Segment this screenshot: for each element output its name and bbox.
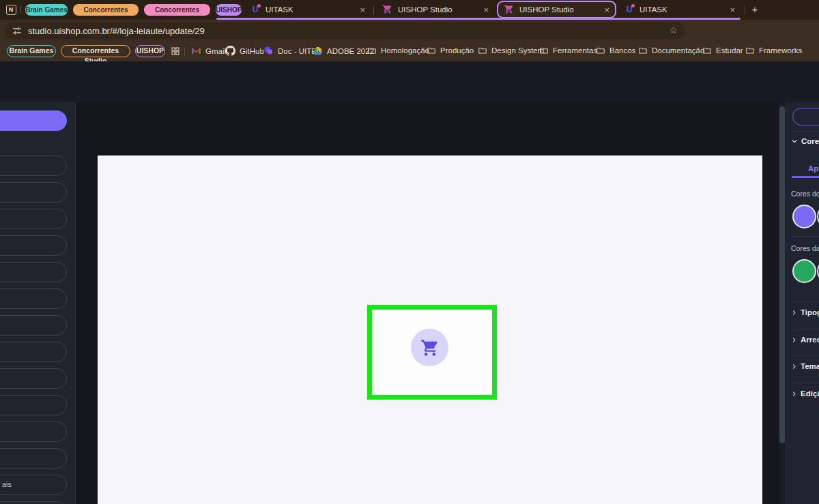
sidebar-item[interactable] — [0, 155, 67, 176]
bookmark-adobe-2022[interactable]: ADOBE 2022 — [313, 46, 374, 56]
bookmark-label: Documentação — [652, 46, 704, 55]
cart-badge[interactable] — [411, 329, 448, 366]
swatch-group-1-label: Cores do — [791, 190, 819, 198]
uitask-favicon: U — [250, 4, 261, 15]
studio-toolbar: Home elementoscore Loja Online — [0, 61, 819, 102]
tab-separator — [745, 5, 745, 14]
tab-uitask-1[interactable]: U UITASK × — [244, 0, 371, 19]
bookmark-group-uishop[interactable]: UISHOP — [135, 45, 165, 57]
panel-divider — [792, 355, 819, 356]
sidebar-item[interactable] — [0, 395, 67, 415]
section-tema[interactable]: Tema — [791, 362, 819, 370]
tab-close-icon[interactable]: × — [604, 5, 609, 14]
uitask-dot — [257, 4, 261, 8]
tab-close-icon[interactable]: × — [730, 5, 735, 14]
bookmark-folder-estudar[interactable]: Estudar — [702, 46, 743, 55]
panel-divider — [792, 131, 819, 132]
sidebar-item[interactable] — [0, 182, 67, 203]
section-tipografia[interactable]: Tipog — [791, 308, 819, 316]
sidebar-item-truncated[interactable]: ais — [0, 475, 67, 495]
bookmark-label: Gmail — [205, 47, 226, 55]
uishop-cart-favicon — [504, 4, 515, 15]
bookmark-folder-design-system[interactable]: Design System — [478, 46, 544, 55]
primary-color-swatch[interactable] — [792, 205, 816, 228]
bookmark-label: Ferramentas — [553, 46, 597, 55]
panel-divider — [792, 236, 819, 237]
bookmark-folder-ferramentas[interactable]: Ferramentas — [539, 46, 597, 55]
tab-uishop-studio-1[interactable]: UISHOP Studio × — [377, 0, 494, 19]
selected-element-outline[interactable] — [367, 305, 497, 400]
pinned-tab-notion[interactable]: N — [5, 4, 16, 16]
workspace: ais Cores A — [0, 102, 819, 504]
bookmark-label: GitHub — [240, 47, 264, 55]
sidebar-item[interactable] — [0, 368, 67, 389]
chevron-down-icon — [791, 138, 798, 145]
panel-tab-active-indicator — [792, 176, 819, 178]
tab-title: UITASK — [265, 5, 356, 14]
swatch-group-2-label: Cores da — [791, 244, 819, 252]
bookmark-label: Bancos — [609, 46, 635, 55]
left-sidebar: ais — [0, 102, 76, 504]
tab-title: UISHOP Studio — [519, 5, 600, 14]
new-tab-button[interactable]: + — [749, 3, 761, 16]
tab-uitask-2[interactable]: U UITASK × — [618, 0, 741, 19]
sidebar-item[interactable] — [0, 448, 67, 469]
site-settings-icon[interactable] — [12, 25, 23, 36]
store-color-swatch[interactable] — [792, 259, 816, 283]
scrollbar-thumb[interactable] — [779, 106, 785, 443]
sidebar-item[interactable] — [0, 288, 67, 309]
sidebar-item[interactable] — [0, 262, 67, 282]
editor-stage[interactable] — [76, 102, 779, 504]
chevron-right-icon — [791, 391, 797, 397]
bookmarks-separator — [184, 47, 185, 56]
cores-header-label: Cores — [801, 137, 819, 145]
url-field[interactable]: studio.uishop.com.br/#/loja-leiaute/upda… — [5, 23, 685, 39]
tab-close-icon[interactable]: × — [360, 5, 365, 14]
tab-group-chip-brain-games[interactable]: Brain Games — [25, 4, 68, 16]
bookmark-folder-producao[interactable]: Produção — [427, 46, 474, 55]
sidebar-item[interactable] — [0, 315, 67, 336]
bookmark-github[interactable]: GitHub — [225, 46, 264, 56]
url-text: studio.uishop.com.br/#/loja-leiaute/upda… — [28, 26, 205, 36]
panel-tab-apl[interactable]: Apl — [808, 164, 819, 173]
sidebar-item-active[interactable] — [0, 110, 67, 131]
bookmark-folder-homologacao[interactable]: Homologação — [367, 46, 429, 55]
sidebar-item[interactable] — [0, 235, 67, 256]
tab-strip: N Brain Games Concorrentes Studio Concor… — [0, 0, 819, 20]
section-edicao[interactable]: Ediçã — [791, 389, 819, 398]
right-panel: Cores Apl Cores do Cores da Tipog Arred — [786, 102, 819, 504]
tab-group-chip-concorrentes-psycos[interactable]: Concorrentes Psycos — [144, 4, 210, 16]
notion-icon: N — [6, 5, 16, 15]
sidebar-item-label: ais — [2, 480, 12, 488]
sidebar-item[interactable] — [0, 421, 67, 442]
browser-window: N Brain Games Concorrentes Studio Concor… — [0, 0, 819, 504]
tab-uishop-studio-active[interactable]: UISHOP Studio × — [497, 1, 616, 18]
sidebar-item[interactable] — [0, 209, 67, 229]
tab-group-chip-uishop[interactable]: UISHOP — [216, 4, 242, 16]
section-arredondamento[interactable]: Arred — [791, 336, 819, 344]
bookmark-folder-documentacao[interactable]: Documentação — [638, 46, 704, 55]
bookmark-group-concorrentes-studio[interactable]: Concorrentes Studio — [61, 45, 130, 57]
panel-toggle-pill[interactable] — [792, 108, 819, 125]
bookmark-folder-frameworks[interactable]: Frameworks — [745, 46, 802, 55]
tab-title: UISHOP Studio — [398, 5, 479, 14]
panel-scrollbar[interactable] — [779, 102, 786, 504]
bookmark-folder-bancos[interactable]: Bancos — [596, 46, 635, 55]
sidebar-item[interactable] — [0, 342, 67, 362]
apps-grid-icon[interactable] — [171, 46, 180, 59]
tab-close-icon[interactable]: × — [483, 5, 489, 14]
chevron-right-icon — [791, 364, 797, 370]
sidebar-item[interactable] — [0, 501, 67, 504]
panel-divider — [792, 329, 819, 329]
artboard[interactable] — [98, 155, 762, 504]
bookmark-group-brain-games[interactable]: Brain Games — [7, 45, 56, 57]
address-bar-row: studio.uishop.com.br/#/loja-leiaute/upda… — [0, 20, 819, 42]
panel-divider — [792, 301, 819, 302]
tab-group-chip-concorrentes-studio[interactable]: Concorrentes Studio — [73, 4, 139, 16]
section-label: Arred — [801, 336, 819, 344]
bookmark-star-icon[interactable]: ☆ — [669, 25, 678, 35]
cores-section-header[interactable]: Cores — [791, 137, 819, 145]
bookmark-gmail[interactable]: Gmail — [191, 46, 226, 56]
tab-separator — [373, 5, 374, 14]
uishop-cart-favicon — [382, 4, 393, 15]
